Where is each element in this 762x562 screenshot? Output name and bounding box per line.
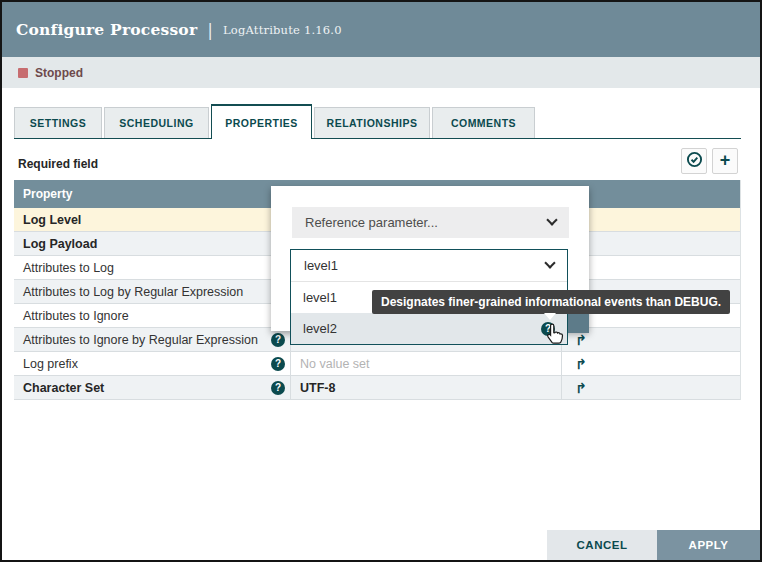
- select-option[interactable]: level2 ?: [291, 313, 567, 344]
- property-value-cell[interactable]: UTF-8: [290, 376, 561, 399]
- status-label: Stopped: [35, 66, 83, 80]
- tab-label: SETTINGS: [30, 117, 87, 129]
- property-row[interactable]: Character Set ? UTF-8 ↱: [14, 376, 740, 400]
- status-bar: Stopped: [2, 57, 760, 88]
- reference-parameter-label: Reference parameter...: [305, 215, 438, 230]
- chevron-down-icon: [546, 214, 557, 225]
- reference-parameter-combo[interactable]: Reference parameter...: [292, 207, 569, 238]
- dialog-titlebar: Configure Processor | LogAttribute 1.16.…: [2, 2, 760, 57]
- hand-cursor: [543, 322, 565, 350]
- property-name-cell: Log Level ?: [14, 208, 290, 231]
- select-current-value[interactable]: level1: [291, 250, 567, 282]
- table-toolbar: +: [676, 148, 738, 174]
- processor-type-version: LogAttribute 1.16.0: [223, 23, 342, 37]
- add-property-button[interactable]: +: [712, 148, 738, 174]
- property-name-cell: Attributes to Log ?: [14, 256, 290, 279]
- tab-label: RELATIONSHIPS: [327, 117, 418, 129]
- option-label: level2: [303, 321, 337, 336]
- property-extra-cell: ↱: [561, 376, 740, 399]
- tab-scheduling[interactable]: SCHEDULING: [104, 107, 209, 138]
- tab-bar: SETTINGS SCHEDULING PROPERTIES RELATIONS…: [14, 104, 741, 139]
- property-name: Attributes to Log: [23, 261, 114, 275]
- required-field-label: Required field: [18, 157, 98, 171]
- chevron-down-icon: [544, 257, 555, 268]
- check-circle-icon: [686, 151, 703, 172]
- plus-icon: +: [720, 151, 731, 169]
- tab-label: COMMENTS: [451, 117, 516, 129]
- tab-label: SCHEDULING: [119, 117, 193, 129]
- help-icon[interactable]: ?: [271, 381, 285, 395]
- goto-parameter-icon[interactable]: ↱: [575, 332, 587, 348]
- property-name-cell: Attributes to Ignore ?: [14, 304, 290, 327]
- property-name: Attributes to Ignore by Regular Expressi…: [23, 333, 258, 347]
- tab-properties[interactable]: PROPERTIES: [211, 104, 312, 139]
- property-value-cell[interactable]: No value set: [290, 352, 561, 375]
- property-name: Log Level: [23, 213, 81, 227]
- tab-relationships[interactable]: RELATIONSHIPS: [314, 107, 430, 138]
- tab-comments[interactable]: COMMENTS: [432, 107, 535, 138]
- dialog-title: Configure Processor: [16, 20, 197, 39]
- stopped-icon: [18, 68, 28, 78]
- property-name: Log prefix: [23, 357, 78, 371]
- option-label: level1: [303, 290, 337, 305]
- property-row[interactable]: Log prefix ? No value set ↱: [14, 352, 740, 376]
- property-name: Log Payload: [23, 237, 97, 251]
- property-extra-cell: ↱: [561, 352, 740, 375]
- cancel-button[interactable]: CANCEL: [547, 530, 657, 560]
- property-name-cell: Attributes to Ignore by Regular Expressi…: [14, 328, 290, 351]
- option-description-tooltip: Designates finer-grained informational e…: [372, 290, 730, 314]
- property-name: Character Set: [23, 381, 104, 395]
- tooltip-arrow: [544, 313, 556, 320]
- property-name-cell: Attributes to Log by Regular Expression …: [14, 280, 290, 303]
- popup-shadow-block: [568, 313, 589, 333]
- tab-settings[interactable]: SETTINGS: [14, 107, 102, 138]
- property-name: Attributes to Ignore: [23, 309, 129, 323]
- property-name-cell: Character Set ?: [14, 376, 290, 399]
- verify-properties-button[interactable]: [681, 148, 707, 174]
- goto-parameter-icon[interactable]: ↱: [575, 356, 587, 372]
- property-name-cell: Log prefix ?: [14, 352, 290, 375]
- help-icon[interactable]: ?: [271, 333, 285, 347]
- property-name-cell: Log Payload ?: [14, 232, 290, 255]
- tab-label: PROPERTIES: [225, 117, 298, 129]
- goto-parameter-icon[interactable]: ↱: [575, 380, 587, 396]
- property-name: Attributes to Log by Regular Expression: [23, 285, 243, 299]
- title-separator: |: [207, 20, 213, 40]
- help-icon[interactable]: ?: [271, 357, 285, 371]
- selected-option-label: level1: [304, 258, 338, 273]
- configure-processor-dialog: Configure Processor | LogAttribute 1.16.…: [0, 0, 762, 562]
- apply-button[interactable]: APPLY: [657, 530, 760, 560]
